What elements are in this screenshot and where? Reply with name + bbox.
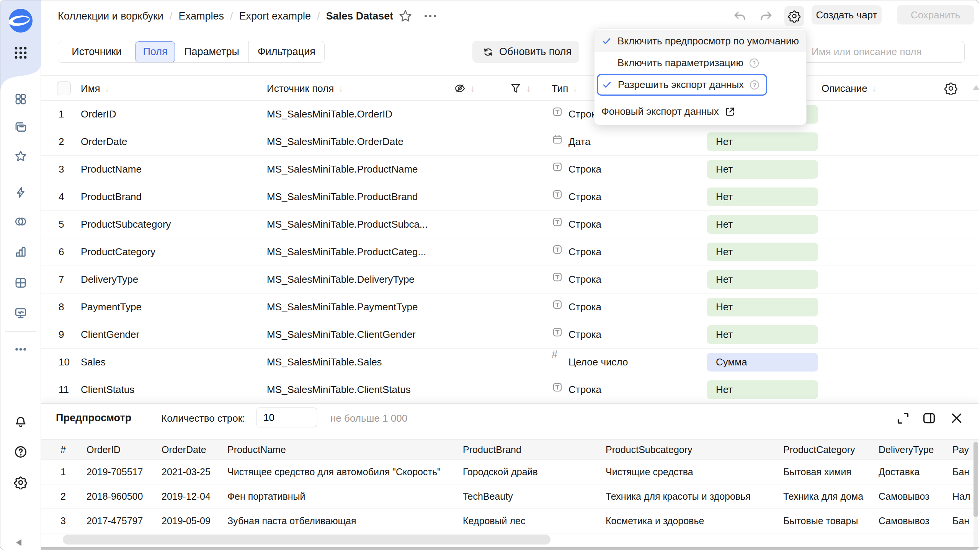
aggregation-select[interactable]: Нет: [707, 325, 818, 344]
field-row[interactable]: 3ProductNameMS_SalesMiniTable.ProductNam…: [41, 156, 979, 183]
field-name[interactable]: DeliveryType: [81, 266, 138, 293]
datasets-venn-icon[interactable]: [14, 215, 28, 228]
preview-cell: TechBeauty: [463, 491, 606, 502]
tab-0[interactable]: Источники: [58, 41, 136, 62]
window-horizontal-scrollbar[interactable]: [41, 547, 979, 550]
field-type[interactable]: Строка: [568, 321, 601, 348]
field-row[interactable]: 5ProductSubcategoryMS_SalesMiniTable.Pro…: [41, 211, 979, 238]
field-row[interactable]: 8PaymentTypeMS_SalesMiniTable.PaymentTyp…: [41, 293, 979, 321]
aggregation-select[interactable]: Нет: [707, 160, 818, 179]
dashboards-grid-icon[interactable]: [14, 92, 28, 106]
field-type[interactable]: Строка: [568, 156, 601, 183]
preview-column-header: OrderDate: [162, 444, 227, 455]
field-name[interactable]: Sales: [81, 349, 106, 376]
breadcrumb-item[interactable]: Коллекции и воркбуки: [58, 10, 163, 22]
aggregation-select[interactable]: Нет: [707, 298, 818, 316]
breadcrumb-more-icon[interactable]: [422, 11, 439, 21]
field-type[interactable]: Строка: [568, 238, 601, 266]
field-name[interactable]: ClientGender: [81, 321, 139, 348]
notifications-bell-icon[interactable]: [14, 415, 28, 429]
breadcrumb-item[interactable]: Examples: [178, 10, 224, 22]
menu-item-2[interactable]: Разрешить экспорт данных?: [597, 74, 767, 96]
field-name[interactable]: ClientStatus: [81, 376, 134, 403]
column-header-source[interactable]: Источник поля↓: [267, 76, 343, 101]
collections-icon[interactable]: [14, 121, 28, 134]
create-chart-button[interactable]: Создать чарт: [812, 5, 882, 24]
preview-cell: Самовывоз: [879, 491, 952, 502]
row-count-input[interactable]: [256, 408, 317, 427]
menu-item-0[interactable]: Включить предпросмотр по умолчанию: [595, 30, 806, 52]
datalens-logo-icon[interactable]: [9, 9, 33, 33]
redo-icon[interactable]: [759, 9, 774, 23]
field-name[interactable]: ProductBrand: [81, 183, 142, 210]
help-icon[interactable]: [14, 445, 28, 459]
scroll-up-arrow[interactable]: [973, 85, 979, 90]
field-type[interactable]: Строка: [568, 376, 601, 403]
field-row[interactable]: 1OrderIDMS_SalesMiniTable.OrderIDСтрокаН…: [41, 101, 979, 128]
menu-item-3[interactable]: Фоновый экспорт данных: [595, 101, 806, 122]
sidebar-collapse-button[interactable]: [0, 532, 41, 550]
field-type[interactable]: Строка: [568, 266, 601, 293]
preview-split-view-icon[interactable]: [921, 411, 937, 426]
field-name[interactable]: ProductName: [81, 156, 142, 183]
field-search-input[interactable]: [804, 41, 965, 63]
aggregation-select[interactable]: Нет: [707, 187, 818, 206]
aggregation-select[interactable]: Нет: [707, 380, 818, 399]
charts-icon[interactable]: [14, 245, 28, 259]
aggregation-select[interactable]: Сумма: [707, 353, 818, 372]
connections-bolt-icon[interactable]: [14, 186, 28, 199]
apps-grid-icon[interactable]: [14, 46, 28, 60]
preview-horizontal-scrollbar[interactable]: [63, 535, 550, 544]
field-type[interactable]: Строка: [568, 293, 601, 321]
field-row[interactable]: 11ClientStatusMS_SalesMiniTable.ClientSt…: [41, 376, 979, 403]
breadcrumb-item[interactable]: Export example: [239, 10, 311, 22]
refresh-fields-button[interactable]: Обновить поля: [472, 41, 579, 63]
tab-3[interactable]: Фильтрация: [249, 41, 324, 62]
favorite-star-icon[interactable]: [398, 8, 413, 24]
field-row[interactable]: 7DeliveryTypeMS_SalesMiniTable.DeliveryT…: [41, 266, 979, 293]
aggregation-select[interactable]: Нет: [707, 215, 818, 234]
aggregation-select[interactable]: Нет: [707, 243, 818, 261]
table-settings-gear-icon[interactable]: [944, 82, 958, 95]
menu-help-icon[interactable]: ?: [749, 58, 760, 68]
field-type[interactable]: Дата: [568, 128, 591, 155]
preview-close-icon[interactable]: [949, 411, 964, 426]
column-header-type[interactable]: Тип↓: [552, 76, 577, 101]
field-name[interactable]: PaymentType: [81, 293, 142, 321]
menu-help-icon[interactable]: ?: [749, 80, 760, 90]
save-button[interactable]: Сохранить: [897, 5, 974, 24]
preview-vertical-scrollbar[interactable]: [973, 442, 978, 517]
field-type[interactable]: Строка: [568, 183, 601, 210]
favorites-star-icon[interactable]: [14, 149, 28, 163]
tab-2[interactable]: Параметры: [175, 41, 249, 62]
column-header-filter[interactable]: ↓: [510, 76, 531, 101]
field-row[interactable]: 9ClientGenderMS_SalesMiniTable.ClientGen…: [41, 321, 979, 349]
field-row[interactable]: 10SalesMS_SalesMiniTable.Sales#Целое чис…: [41, 349, 979, 376]
field-name[interactable]: OrderDate: [81, 128, 127, 155]
field-type[interactable]: Строка: [568, 211, 601, 238]
aggregation-select[interactable]: Нет: [707, 132, 818, 151]
column-header-name[interactable]: Имя↓: [81, 76, 109, 101]
settings-gear-icon[interactable]: [14, 476, 28, 489]
menu-item-1[interactable]: Включить параметризацию?: [595, 52, 806, 74]
field-name[interactable]: ProductCategory: [81, 238, 155, 266]
monitoring-icon[interactable]: [14, 306, 28, 320]
field-name[interactable]: ProductSubcategory: [81, 211, 171, 238]
undo-icon[interactable]: [732, 9, 747, 23]
field-name[interactable]: OrderID: [81, 101, 116, 128]
field-row[interactable]: 2OrderDateMS_SalesMiniTable.OrderDateДат…: [41, 128, 979, 156]
preview-expand-icon[interactable]: [895, 411, 911, 426]
tab-1[interactable]: Поля: [136, 41, 175, 62]
aggregation-select[interactable]: Нет: [707, 270, 818, 289]
column-header-visibility[interactable]: ↓: [454, 76, 475, 101]
more-ellipsis-icon[interactable]: [14, 342, 28, 356]
help-circle-icon[interactable]: ?: [749, 80, 760, 90]
field-row[interactable]: 6ProductCategoryMS_SalesMiniTable.Produc…: [41, 238, 979, 266]
field-type[interactable]: Целое число: [568, 349, 628, 376]
help-circle-icon[interactable]: ?: [749, 58, 760, 68]
dataset-settings-gear-button[interactable]: [784, 6, 804, 26]
select-all-checkbox[interactable]: [57, 82, 71, 95]
tables-icon[interactable]: [14, 276, 28, 290]
field-row[interactable]: 4ProductBrandMS_SalesMiniTable.ProductBr…: [41, 183, 979, 211]
column-header-description[interactable]: Описание↓: [822, 76, 877, 101]
